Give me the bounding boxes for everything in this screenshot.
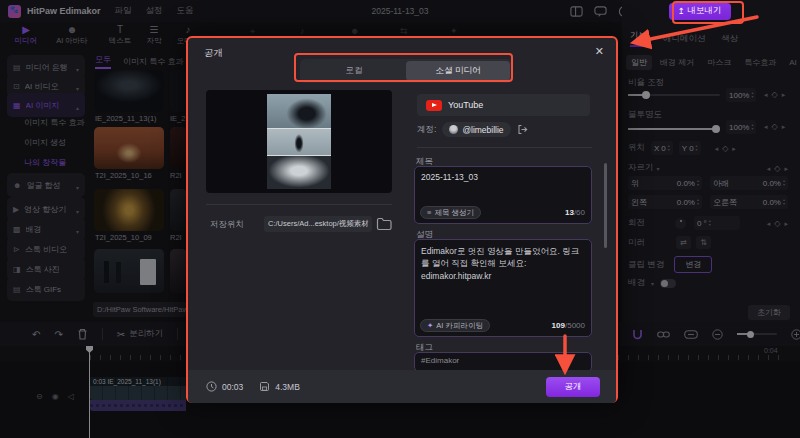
- divider: [206, 204, 392, 205]
- preview-frame: [267, 94, 331, 128]
- description-char-count: 109/5000: [552, 321, 585, 330]
- publish-dialog: 공개 ✕ 로컬 소셜 미디어 저장위치 C:/Users/Ad...esktop…: [186, 36, 618, 403]
- video-thumbnail: [267, 94, 331, 189]
- publish-mode-tabs: 로컬 소셜 미디어: [300, 59, 512, 83]
- title-input[interactable]: 2025-11-13_03 ≡ 제목 생성기 13/60: [414, 166, 592, 224]
- publish-button[interactable]: 공개: [546, 377, 600, 397]
- app-window: HitPaw Edimakor 파일 설정 도움 2025-11-13_03 ↥…: [0, 0, 800, 438]
- logout-icon[interactable]: [517, 124, 528, 135]
- preview-frame: [267, 156, 331, 189]
- video-preview: [206, 90, 392, 193]
- export-icon: ↥: [677, 6, 684, 16]
- divider: [417, 147, 592, 148]
- ai-copywriting-button[interactable]: ✦ AI 카피라이팅: [420, 319, 490, 332]
- export-button[interactable]: ↥ 내보내기: [669, 3, 731, 20]
- clock-icon: [206, 381, 217, 392]
- generator-icon: ≡: [427, 208, 431, 217]
- save-location-label: 저장위치: [210, 219, 244, 231]
- dialog-title: 공개: [204, 47, 223, 60]
- duration-value: 00:03: [222, 382, 243, 392]
- tab-local[interactable]: 로컬: [302, 61, 406, 81]
- folder-icon[interactable]: [376, 216, 392, 232]
- account-pill[interactable]: @limebillie: [442, 122, 510, 137]
- ai-sparkle-icon: ✦: [427, 321, 433, 330]
- filesize-value: 4.3MB: [275, 382, 300, 392]
- dialog-close-icon[interactable]: ✕: [595, 45, 604, 58]
- dialog-footer: 00:03 4.3MB 공개: [188, 370, 616, 403]
- description-input[interactable]: Edimakor로 멋진 영상을 만들었어요. 링크를 열어 직접 확인해 보세…: [414, 239, 592, 337]
- filesize-icon: [259, 381, 270, 392]
- platform-youtube[interactable]: YouTube: [417, 94, 590, 116]
- tab-social-media[interactable]: 소셜 미디어: [406, 61, 510, 81]
- tag-input[interactable]: #Edimakor: [414, 352, 592, 372]
- dialog-scrollbar[interactable]: [604, 163, 607, 248]
- account-label: 계정:: [417, 124, 436, 136]
- youtube-icon: [426, 100, 442, 111]
- save-location-input[interactable]: C:/Users/Ad...esktop/视频素材: [264, 216, 372, 232]
- title-generator-button[interactable]: ≡ 제목 생성기: [420, 206, 481, 219]
- title-char-count: 13/60: [565, 208, 585, 217]
- account-avatar: [449, 125, 458, 134]
- preview-frame: [267, 129, 331, 155]
